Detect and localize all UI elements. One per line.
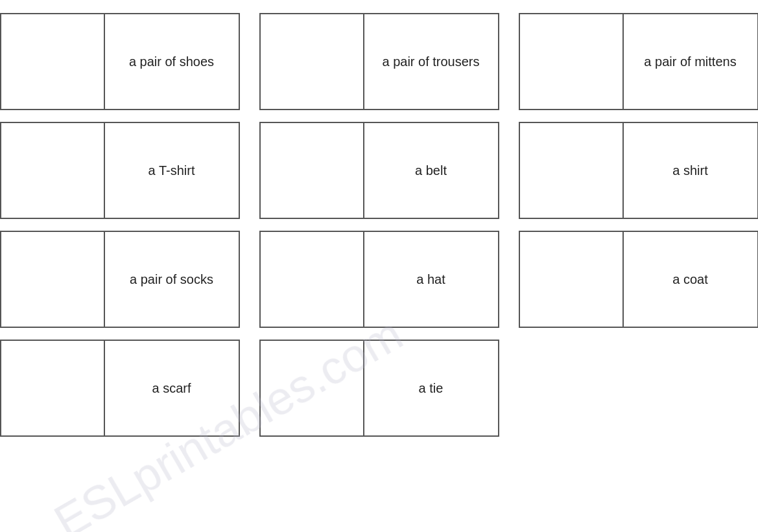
card-tie: a tie bbox=[259, 340, 499, 437]
card-label-belt: a belt bbox=[364, 123, 498, 218]
card-trousers: a pair of trousers bbox=[259, 13, 499, 110]
card-image-socks bbox=[1, 232, 105, 327]
card-image-belt bbox=[261, 123, 364, 218]
card-label-socks: a pair of socks bbox=[105, 232, 239, 327]
card-image-trousers bbox=[261, 14, 364, 109]
card-image-scarf bbox=[1, 341, 105, 435]
card-image-tshirt bbox=[1, 123, 105, 218]
card-mittens: a pair of mittens bbox=[519, 13, 759, 110]
card-image-mittens bbox=[520, 14, 624, 109]
card-image-hat bbox=[261, 232, 364, 327]
card-image-shirt bbox=[520, 123, 624, 218]
card-image-shoes bbox=[1, 14, 105, 109]
card-shirt: a shirt bbox=[519, 122, 759, 219]
card-label-hat: a hat bbox=[364, 232, 498, 327]
card-tshirt: a T-shirt bbox=[0, 122, 240, 219]
card-label-coat: a coat bbox=[624, 232, 757, 327]
card-label-scarf: a scarf bbox=[105, 341, 239, 435]
card-label-tshirt: a T-shirt bbox=[105, 123, 239, 218]
card-belt: a belt bbox=[259, 122, 499, 219]
card-hat: a hat bbox=[259, 231, 499, 328]
card-label-shoes: a pair of shoes bbox=[105, 14, 239, 109]
card-label-mittens: a pair of mittens bbox=[624, 14, 757, 109]
card-grid: a pair of shoes a pair of trousers a pai… bbox=[19, 13, 739, 437]
card-shoes: a pair of shoes bbox=[0, 13, 240, 110]
card-label-trousers: a pair of trousers bbox=[364, 14, 498, 109]
card-image-tie bbox=[261, 341, 364, 435]
card-coat: a coat bbox=[519, 231, 759, 328]
card-label-tie: a tie bbox=[364, 341, 498, 435]
card-image-coat bbox=[520, 232, 624, 327]
card-scarf: a scarf bbox=[0, 340, 240, 437]
card-label-shirt: a shirt bbox=[624, 123, 757, 218]
row4: a scarf a tie bbox=[0, 340, 499, 437]
card-socks: a pair of socks bbox=[0, 231, 240, 328]
